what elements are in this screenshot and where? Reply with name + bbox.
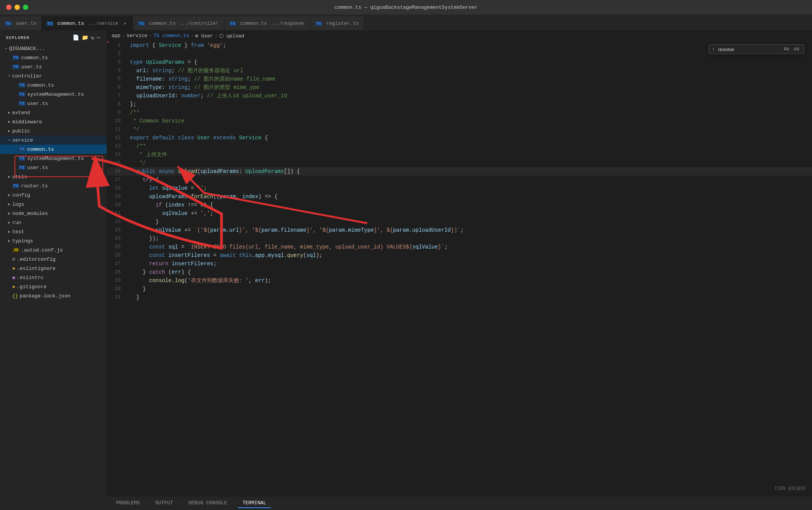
root-folder[interactable]: ▾ QIGUABACK...	[0, 44, 107, 53]
bottom-tab-debug-console[interactable]: DEBUG CONSOLE	[184, 499, 231, 508]
code-line-16: 16 public async upload(uploadParams: Upl…	[107, 167, 812, 176]
sidebar-item-test[interactable]: ▶ test	[0, 227, 107, 236]
bottom-tab-problems[interactable]: PROBLEMS	[112, 499, 144, 508]
maximize-window-button[interactable]	[23, 5, 28, 10]
chevron-right-icon: ▶	[6, 193, 12, 197]
filename: router.ts	[21, 183, 48, 189]
breadcrumb-sep: ›	[149, 33, 152, 39]
code-line-22: 22 }	[107, 218, 812, 226]
sidebar-item-public[interactable]: ▶ public	[0, 126, 107, 136]
breadcrumb-method: ⬡ upload	[219, 33, 244, 39]
sidebar-item-user-ts-1[interactable]: TS user.ts	[0, 62, 107, 71]
tab-label: user.ts	[16, 21, 37, 26]
search-input[interactable]	[718, 47, 779, 52]
filename: .eslintignore	[17, 266, 55, 271]
sidebar-item-common-ts-1[interactable]: TS common.ts	[0, 53, 107, 62]
breadcrumb: app › service › TS common.ts › ⚙ User › …	[107, 31, 812, 41]
breadcrumb-class: ⚙ User	[195, 33, 213, 39]
sidebar-item-typings[interactable]: ▶ typings	[0, 236, 107, 245]
ts-icon: TS	[5, 21, 12, 26]
sidebar-item-eslintignore[interactable]: ● .eslintignore	[0, 264, 107, 273]
ts-icon: TS	[137, 21, 145, 26]
circle-icon: ◉	[12, 274, 15, 281]
breadcrumb-service: service	[126, 33, 147, 39]
bottom-tab-output[interactable]: OUTPUT	[150, 499, 178, 508]
bottom-tab-bar: PROBLEMS OUTPUT DEBUG CONSOLE TERMINAL	[107, 496, 812, 510]
filename: common.ts	[27, 147, 54, 152]
new-folder-icon[interactable]: 📁	[82, 34, 89, 41]
sidebar-item-editorconfig[interactable]: ⚙ .editorconfig	[0, 255, 107, 264]
chevron-right-icon: ▶	[6, 220, 12, 225]
ts-icon: TS	[46, 21, 53, 26]
filename: .editorconfig	[17, 257, 55, 262]
sidebar-item-middleware[interactable]: ▶ middleware	[0, 117, 107, 126]
code-line-3: 3 type UploadParams = {	[107, 58, 812, 66]
sidebar-item-controller-user[interactable]: TS user.ts	[0, 99, 107, 108]
sidebar-item-service-common[interactable]: TS common.ts	[0, 145, 107, 154]
code-line-21: 21 sqlValue += ',';	[107, 209, 812, 218]
sidebar-item-config[interactable]: ▶ config	[0, 190, 107, 200]
tab-common-ts-controller[interactable]: TS common.ts .../controller	[133, 16, 224, 30]
ts-icon: TS	[18, 83, 26, 87]
filename: .gitignore	[17, 284, 47, 290]
code-line-28: 28 } catch (err) {	[107, 268, 812, 276]
code-line-30: 30 }	[107, 285, 812, 293]
filename: common.ts	[27, 82, 54, 88]
close-window-button[interactable]	[6, 5, 11, 10]
sidebar-item-service-user[interactable]: TS user.ts	[0, 163, 107, 172]
tab-close-button[interactable]: ✕	[122, 21, 128, 27]
watermark: CSDN @吴迪98	[775, 485, 806, 492]
brace-icon: {}	[12, 293, 18, 299]
code-line-29: 29 console.log('存文件到数据库失败: ', err);	[107, 276, 812, 285]
sidebar-item-run[interactable]: ▶ run	[0, 218, 107, 227]
tab-common-ts-service[interactable]: TS common.ts .../service ✕	[42, 16, 133, 30]
sidebar-item-service[interactable]: ▾ service	[0, 136, 107, 145]
match-case-button[interactable]: Aa	[782, 46, 791, 52]
folder-label: public	[12, 128, 30, 134]
tab-register-ts[interactable]: TS register.ts	[311, 16, 364, 30]
tab-common-ts-response[interactable]: TS common.ts .../response	[225, 16, 311, 30]
explorer-label: EXPLORER	[6, 36, 29, 40]
folder-label: middleware	[12, 119, 42, 125]
sidebar-header: EXPLORER 📄 📁 ↻ ⋯	[0, 31, 107, 44]
sidebar-item-node-modules[interactable]: ▶ node_modules	[0, 209, 107, 218]
search-widget: › Aa ab	[708, 44, 804, 54]
whole-word-button[interactable]: ab	[793, 46, 801, 52]
sidebar-item-autod[interactable]: JS .autod.conf.js	[0, 245, 107, 255]
sidebar-item-extend[interactable]: ▶ extend	[0, 108, 107, 117]
editor-with-search: › Aa ab 1 import { Service } from 'egg';	[107, 41, 812, 496]
sidebar-item-utils[interactable]: ▶ utils	[0, 172, 107, 181]
window-controls[interactable]	[6, 5, 28, 10]
tab-user-ts[interactable]: TS user.ts	[0, 16, 42, 30]
app-container: TS user.ts TS common.ts .../service ✕ TS…	[0, 15, 812, 510]
refresh-icon[interactable]: ↻	[91, 34, 94, 41]
sidebar-item-controller-systemmgmt[interactable]: TS systemManagement.ts	[0, 90, 107, 99]
minimize-window-button[interactable]	[15, 5, 20, 10]
code-line-27: 27 return insertFileres;	[107, 260, 812, 268]
sidebar-item-package-lock[interactable]: {} package-lock.json	[0, 291, 107, 300]
sidebar-actions: 📄 📁 ↻ ⋯	[73, 34, 100, 41]
filename: .autod.conf.js	[21, 247, 63, 253]
code-line-24: 24 });	[107, 234, 812, 243]
new-file-icon[interactable]: 📄	[73, 34, 79, 41]
sidebar-item-service-systemmgmt[interactable]: TS systemManagement.ts	[0, 154, 107, 163]
code-line-11: 11 */	[107, 125, 812, 134]
sidebar-item-controller-common[interactable]: TS common.ts	[0, 81, 107, 90]
sidebar-item-controller[interactable]: ▾ controller	[0, 71, 107, 81]
dot-icon: ●	[12, 284, 15, 290]
bottom-tab-terminal[interactable]: TERMINAL	[238, 499, 271, 508]
filename: .eslintrc	[17, 275, 44, 281]
sidebar-item-logs[interactable]: ▶ logs	[0, 200, 107, 209]
code-line-18: 18 let sqlValue = '';	[107, 184, 812, 192]
code-line-1: 1 import { Service } from 'egg';	[107, 41, 812, 50]
sidebar-item-gitignore[interactable]: ● .gitignore	[0, 282, 107, 291]
search-options: Aa ab	[782, 46, 801, 52]
sidebar-item-router[interactable]: TS router.ts	[0, 181, 107, 190]
breadcrumb-app: app	[112, 33, 120, 39]
collapse-icon[interactable]: ⋯	[97, 34, 100, 41]
chevron-down-icon: ▾	[6, 138, 12, 142]
tab-bar: TS user.ts TS common.ts .../service ✕ TS…	[0, 15, 812, 31]
code-editor[interactable]: 1 import { Service } from 'egg'; 2 3 typ…	[107, 41, 812, 496]
dot-icon: ●	[12, 266, 15, 271]
sidebar-item-eslintrc[interactable]: ◉ .eslintrc	[0, 273, 107, 282]
